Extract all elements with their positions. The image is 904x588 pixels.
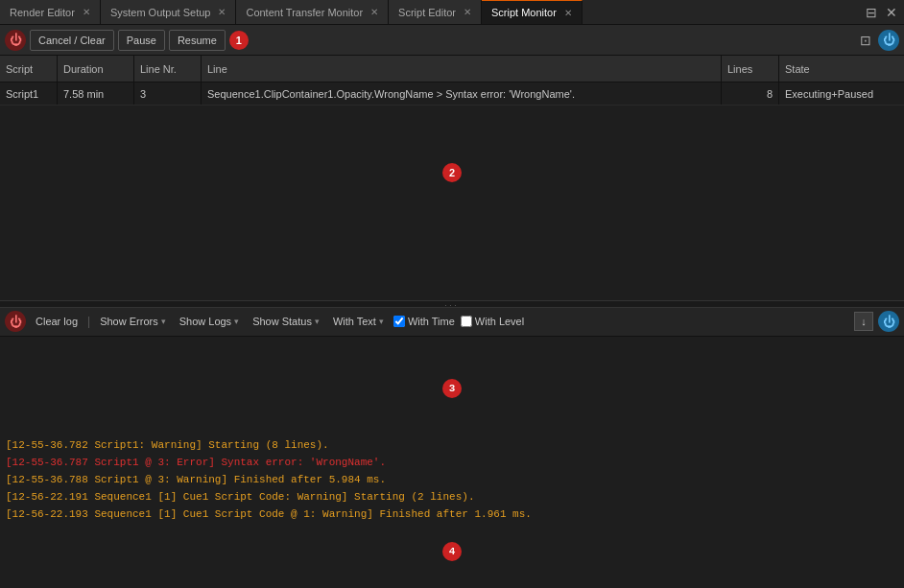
col-header-line: Line bbox=[202, 56, 722, 82]
show-errors-button[interactable]: Show Errors ▾ bbox=[96, 314, 170, 329]
tab-system-output-close[interactable]: ✕ bbox=[218, 7, 226, 17]
toolbar-power-icon: ⏻ bbox=[883, 33, 895, 47]
badge-1-number: 1 bbox=[236, 35, 242, 46]
table-body[interactable]: Script1 7.58 min 3 Sequence1.ClipContain… bbox=[0, 82, 904, 300]
log-power-icon: ⏻ bbox=[10, 315, 22, 329]
show-logs-arrow: ▾ bbox=[234, 317, 239, 326]
minimize-icon[interactable]: ⊟ bbox=[864, 5, 879, 20]
badge-4: 4 bbox=[442, 542, 462, 561]
cell-duration: 7.58 min bbox=[58, 82, 134, 105]
table-row[interactable]: Script1 7.58 min 3 Sequence1.ClipContain… bbox=[0, 82, 904, 106]
with-time-label[interactable]: With Time bbox=[393, 316, 455, 327]
log-toolbar-right: ↓ ⏻ bbox=[854, 311, 899, 332]
with-level-label[interactable]: With Level bbox=[461, 316, 524, 327]
show-status-button[interactable]: Show Status ▾ bbox=[249, 314, 323, 329]
tab-script-monitor[interactable]: Script Monitor ✕ bbox=[482, 0, 583, 24]
cell-script: Script1 bbox=[0, 82, 58, 105]
show-status-arrow: ▾ bbox=[315, 317, 320, 326]
tab-content-transfer[interactable]: Content Transfer Monitor ✕ bbox=[236, 0, 389, 24]
detach-icon[interactable]: ⊡ bbox=[858, 33, 873, 48]
tab-render-editor[interactable]: Render Editor ✕ bbox=[0, 0, 101, 24]
close-window-icon[interactable]: ✕ bbox=[884, 5, 899, 20]
resize-handle[interactable]: ... bbox=[0, 300, 904, 308]
col-header-linenr: Line Nr. bbox=[134, 56, 202, 82]
with-time-checkbox[interactable] bbox=[393, 316, 405, 327]
badge-1: 1 bbox=[229, 31, 249, 50]
cell-line: Sequence1.ClipContainer1.Opacity.WrongNa… bbox=[202, 82, 722, 105]
show-errors-arrow: ▾ bbox=[161, 317, 166, 326]
with-text-arrow: ▾ bbox=[379, 317, 384, 326]
tab-script-monitor-label: Script Monitor bbox=[491, 7, 557, 18]
col-header-state: State bbox=[779, 56, 904, 82]
tab-content-transfer-close[interactable]: ✕ bbox=[370, 7, 378, 17]
log-line: [12-56-22.193 Sequence1 [1] Cue1 Script … bbox=[6, 506, 898, 523]
cell-state: Executing+Paused bbox=[779, 82, 904, 105]
tab-script-editor[interactable]: Script Editor ✕ bbox=[389, 0, 482, 24]
badge-2: 2 bbox=[442, 163, 462, 182]
cell-lines: 8 bbox=[722, 82, 779, 105]
tab-script-monitor-close[interactable]: ✕ bbox=[564, 8, 572, 18]
with-level-checkbox[interactable] bbox=[461, 316, 472, 327]
tab-system-output[interactable]: System Output Setup ✕ bbox=[101, 0, 237, 24]
resume-button[interactable]: Resume bbox=[169, 30, 226, 51]
tab-content-transfer-label: Content Transfer Monitor bbox=[246, 7, 363, 18]
log-toolbar-power-btn[interactable]: ⏻ bbox=[878, 311, 899, 332]
log-area[interactable]: 3 [12-55-36.782 Script1: Warning] Starti… bbox=[0, 337, 904, 589]
show-logs-button[interactable]: Show Logs ▾ bbox=[176, 314, 243, 329]
tab-bar: Render Editor ✕ System Output Setup ✕ Co… bbox=[0, 0, 904, 25]
col-header-script: Script bbox=[0, 56, 58, 82]
scroll-down-button[interactable]: ↓ bbox=[854, 312, 873, 331]
badge-3: 3 bbox=[442, 379, 462, 398]
log-line: [12-55-36.788 Script1 @ 3: Warning] Fini… bbox=[6, 471, 898, 488]
tab-render-editor-close[interactable]: ✕ bbox=[83, 7, 90, 17]
script-table-area: Script Duration Line Nr. Line Lines Stat… bbox=[0, 56, 904, 300]
with-text-button[interactable]: With Text ▾ bbox=[329, 314, 388, 329]
col-header-duration: Duration bbox=[58, 56, 134, 82]
pause-button[interactable]: Pause bbox=[118, 30, 165, 51]
toolbar-power-btn[interactable]: ⏻ bbox=[878, 30, 899, 51]
cell-linenr: 3 bbox=[134, 82, 202, 105]
power-button[interactable]: ⏻ bbox=[5, 30, 26, 51]
tab-script-editor-label: Script Editor bbox=[398, 7, 456, 18]
tab-system-output-label: System Output Setup bbox=[110, 7, 211, 18]
log-line: [12-55-36.782 Script1: Warning] Starting… bbox=[6, 436, 898, 454]
clear-log-button[interactable]: Clear log bbox=[32, 314, 82, 329]
tab-render-editor-label: Render Editor bbox=[10, 7, 75, 18]
table-header: Script Duration Line Nr. Line Lines Stat… bbox=[0, 56, 904, 82]
col-header-lines: Lines bbox=[722, 56, 779, 82]
log-power-button[interactable]: ⏻ bbox=[5, 311, 26, 332]
tab-script-editor-close[interactable]: ✕ bbox=[464, 7, 471, 17]
power-icon: ⏻ bbox=[10, 33, 22, 47]
main-toolbar: ⏻ Cancel / Clear Pause Resume 1 ⊡ ⏻ bbox=[0, 25, 904, 56]
log-line: [12-56-22.191 Sequence1 [1] Cue1 Script … bbox=[6, 488, 898, 506]
tab-bar-actions: ⊟ ✕ bbox=[864, 5, 904, 20]
cancel-clear-button[interactable]: Cancel / Clear bbox=[30, 30, 114, 51]
log-line: [12-55-36.787 Script1 @ 3: Error] Syntax… bbox=[6, 454, 898, 471]
log-toolbar: ⏻ Clear log | Show Errors ▾ Show Logs ▾ … bbox=[0, 308, 904, 337]
log-toolbar-power-icon: ⏻ bbox=[883, 315, 895, 329]
